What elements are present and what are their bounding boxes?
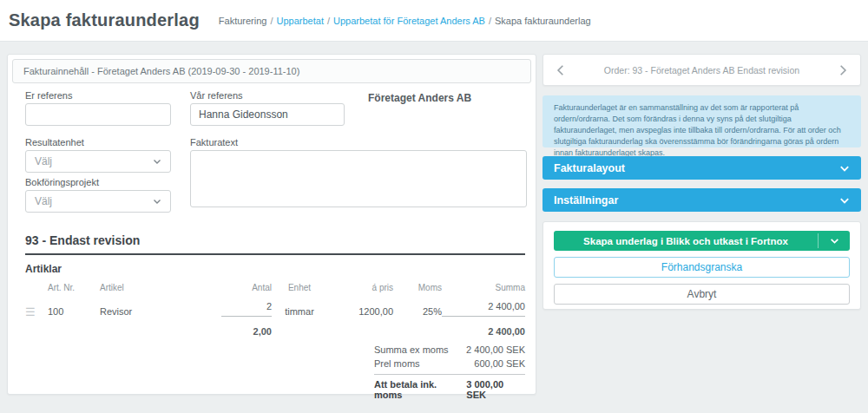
resultatenhet-label: Resultatenhet xyxy=(25,137,84,148)
summary-row-ex-moms: Summa ex moms 2 400,00 SEK xyxy=(374,343,525,357)
customer-name: Företaget Anders AB xyxy=(368,92,471,104)
cell-moms: 25% xyxy=(393,306,442,317)
articles-table: Art. Nr. Artikel Antal Enhet á pris Moms… xyxy=(25,283,525,337)
summary-label: Summa ex moms xyxy=(374,344,449,355)
chevron-down-icon xyxy=(153,157,161,166)
breadcrumb-item-upparbetat-foretaget[interactable]: Upparbetat för Företaget Anders AB xyxy=(333,16,485,26)
chevron-left-icon[interactable] xyxy=(543,64,578,76)
info-box-text: Fakturaunderlaget är en sammanställning … xyxy=(554,103,841,157)
col-artikel: Artikel xyxy=(100,283,221,292)
col-art-nr: Art. Nr. xyxy=(48,283,100,292)
breadcrumb-item-current: Skapa fakturaunderlag xyxy=(495,16,591,26)
preview-button[interactable]: Förhandsgranska xyxy=(554,257,850,278)
bokforingsprojekt-label: Bokföringsprojekt xyxy=(25,177,99,187)
page-title: Skapa fakturaunderlag xyxy=(9,10,200,30)
breadcrumb-item-upparbetat[interactable]: Upparbetat xyxy=(277,16,324,26)
info-box: Fakturaunderlaget är en sammanställning … xyxy=(542,95,861,148)
cell-summa-editable[interactable]: 2 400,00 xyxy=(442,301,525,317)
fakturatext-label: Fakturatext xyxy=(190,137,238,148)
table-row: ☰ 100 Revisor 2 timmar 1200,00 25% 2 400… xyxy=(25,298,525,322)
summary-label: Prel moms xyxy=(374,358,420,369)
accordion-label: Inställningar xyxy=(554,194,618,206)
summary-total-row: Att betala ink. moms 3 000,00 SEK xyxy=(374,374,525,400)
accordion-label: Fakturalayout xyxy=(554,162,625,174)
invoice-form: Er referens Vår referens Företaget Ander… xyxy=(8,55,536,394)
bokforingsprojekt-select[interactable]: Välj xyxy=(25,190,171,213)
section-divider xyxy=(25,253,525,255)
spacer xyxy=(327,326,393,337)
invoice-summary: Summa ex moms 2 400,00 SEK Prel moms 600… xyxy=(374,343,525,400)
total-antal: 2,00 xyxy=(221,326,272,337)
col-summa: Summa xyxy=(442,283,525,292)
chevron-down-icon xyxy=(839,163,850,174)
order-nav-label: Order: 93 - Företaget Anders AB Endast r… xyxy=(578,65,825,75)
breadcrumb-separator: / xyxy=(489,16,491,26)
create-underlag-button[interactable]: Skapa underlag i Blikk och utkast i Fort… xyxy=(554,231,818,251)
order-section: 93 - Endast revision Artiklar Art. Nr. A… xyxy=(25,233,525,337)
invoice-content-panel: Fakturainnehåll - Företaget Anders AB (2… xyxy=(7,54,536,395)
er-referens-label: Er referens xyxy=(25,90,72,101)
fakturatext-textarea[interactable] xyxy=(190,150,527,207)
spacer xyxy=(272,326,327,337)
cell-art-nr: 100 xyxy=(48,306,100,317)
bokforingsprojekt-select-value: Välj xyxy=(35,195,52,207)
spacer xyxy=(100,326,221,337)
total-summa: 2 400,00 xyxy=(442,326,525,337)
articles-title: Artiklar xyxy=(25,263,525,275)
order-navigator: Order: 93 - Företaget Anders AB Endast r… xyxy=(542,54,861,86)
er-referens-input[interactable] xyxy=(25,103,171,126)
summary-value: 600,00 SEK xyxy=(474,358,525,369)
breadcrumb-separator: / xyxy=(327,16,330,26)
summary-total-value: 3 000,00 SEK xyxy=(466,379,525,400)
chevron-right-icon[interactable] xyxy=(825,64,860,76)
col-enhet: Enhet xyxy=(272,283,327,292)
cell-a-pris: 1200,00 xyxy=(327,306,393,317)
create-underlag-split-button: Skapa underlag i Blikk och utkast i Fort… xyxy=(554,231,850,251)
breadcrumb: Fakturering / Upparbetat / Upparbetat fö… xyxy=(219,16,591,26)
resultatenhet-select[interactable]: Välj xyxy=(25,150,171,173)
accordion-fakturalayout[interactable]: Fakturalayout xyxy=(542,156,861,180)
resultatenhet-select-value: Välj xyxy=(35,155,52,167)
drag-handle-icon[interactable]: ☰ xyxy=(25,308,48,317)
cancel-button[interactable]: Avbryt xyxy=(554,284,850,305)
accordion-installningar[interactable]: Inställningar xyxy=(542,188,861,212)
col-moms: Moms xyxy=(393,283,442,292)
cell-artikel: Revisor xyxy=(100,306,221,317)
spacer xyxy=(48,326,100,337)
col-a-pris: á pris xyxy=(327,283,393,292)
cell-enhet: timmar xyxy=(272,306,327,317)
spacer xyxy=(393,326,442,337)
articles-table-header: Art. Nr. Artikel Antal Enhet á pris Moms… xyxy=(25,283,525,298)
chevron-down-icon xyxy=(839,195,850,206)
chevron-down-icon xyxy=(153,197,161,206)
order-title: 93 - Endast revision xyxy=(25,233,525,247)
summary-total-label: Att betala ink. moms xyxy=(374,379,466,400)
handle-column-spacer xyxy=(25,326,48,337)
cell-antal-editable[interactable]: 2 xyxy=(221,301,272,317)
summary-row-prel-moms: Prel moms 600,00 SEK xyxy=(374,357,525,370)
actions-panel: Skapa underlag i Blikk och utkast i Fort… xyxy=(542,221,861,310)
summary-value: 2 400,00 SEK xyxy=(466,344,525,355)
table-totals-row: 2,00 2 400,00 xyxy=(25,326,525,337)
var-referens-label: Vår referens xyxy=(190,90,243,101)
breadcrumb-separator: / xyxy=(270,16,273,26)
top-header: Skapa fakturaunderlag Fakturering / Uppa… xyxy=(0,0,868,42)
create-underlag-dropdown-toggle[interactable] xyxy=(819,231,850,251)
breadcrumb-item-fakturering: Fakturering xyxy=(219,16,267,26)
col-antal: Antal xyxy=(221,283,272,292)
var-referens-input[interactable] xyxy=(190,103,345,126)
